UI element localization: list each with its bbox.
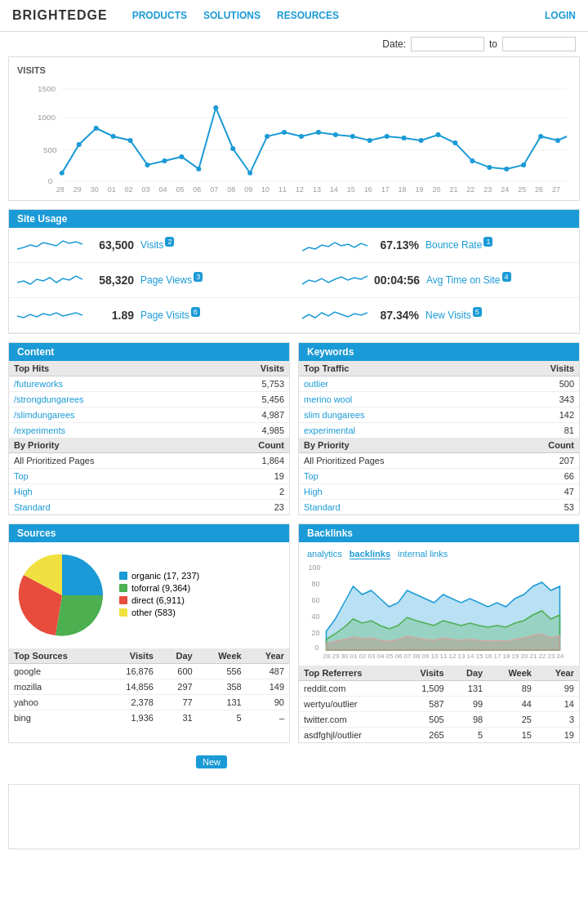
content-th-page: Top Hits bbox=[9, 361, 206, 376]
direct-label: direct (6,911) bbox=[131, 595, 185, 605]
bounce-rate-value: 67.13% bbox=[374, 238, 419, 252]
svg-text:24: 24 bbox=[501, 185, 509, 194]
svg-text:02: 02 bbox=[359, 652, 367, 660]
keywords-priority-th-count: Count bbox=[500, 438, 579, 453]
content-page-3[interactable]: /slimdungarees bbox=[9, 408, 206, 423]
login-button[interactable]: LOGIN bbox=[545, 10, 576, 21]
keywords-priority-standard[interactable]: Standard bbox=[299, 500, 500, 515]
usage-avg-time: 00:04:56 Avg Time on Site4 bbox=[294, 263, 579, 298]
table-row: All Prioritized Pages 1,864 bbox=[9, 453, 289, 469]
svg-text:30: 30 bbox=[341, 652, 349, 660]
keyword-visits-1: 500 bbox=[488, 376, 579, 392]
svg-text:12: 12 bbox=[449, 652, 457, 660]
svg-text:80: 80 bbox=[312, 580, 320, 588]
svg-text:0: 0 bbox=[48, 176, 53, 185]
nav-resources[interactable]: RESOURCES bbox=[277, 10, 339, 21]
toforral-dot bbox=[119, 584, 127, 592]
sources-th-year: Year bbox=[247, 648, 289, 664]
svg-text:04: 04 bbox=[377, 652, 385, 660]
svg-text:01: 01 bbox=[108, 185, 116, 194]
svg-text:23: 23 bbox=[548, 652, 555, 660]
tab-internal-links[interactable]: internal links bbox=[398, 549, 448, 559]
svg-point-32 bbox=[470, 158, 474, 163]
sources-panel-header: Sources bbox=[9, 524, 289, 542]
referrer-2: wertyu/outlier bbox=[299, 697, 399, 712]
sources-th-source: Top Sources bbox=[9, 648, 103, 664]
referrers-th-source: Top Referrers bbox=[299, 666, 399, 681]
svg-point-14 bbox=[162, 158, 167, 163]
new-visits-value: 87.34% bbox=[374, 309, 419, 322]
nav-products[interactable]: PRODUCTS bbox=[132, 10, 187, 21]
content-panel-header: Content bbox=[9, 343, 289, 361]
date-from-input[interactable] bbox=[411, 37, 484, 51]
tab-analytics[interactable]: analytics bbox=[307, 549, 342, 559]
content-priority-top[interactable]: Top bbox=[9, 469, 210, 484]
keywords-panel-header: Keywords bbox=[299, 343, 579, 361]
svg-text:100: 100 bbox=[309, 563, 321, 572]
tab-backlinks[interactable]: backlinks bbox=[350, 549, 390, 559]
svg-text:0: 0 bbox=[315, 644, 319, 652]
site-usage-section: Site Usage 63,500 Visits2 67.13% Bounc bbox=[8, 209, 580, 334]
keyword-3[interactable]: slim dungarees bbox=[299, 408, 488, 423]
backlinks-chart-area: analytics backlinks internal links 100 8… bbox=[299, 542, 579, 666]
backlinks-tabs: analytics backlinks internal links bbox=[307, 549, 571, 559]
content-priority-high[interactable]: High bbox=[9, 484, 210, 500]
content-keywords-row: Content Top Hits Visits /futureworks 5,7… bbox=[8, 342, 580, 515]
table-row: slim dungarees 142 bbox=[299, 408, 579, 423]
keywords-priority-high[interactable]: High bbox=[299, 484, 500, 500]
site-usage-header: Site Usage bbox=[9, 210, 579, 228]
page-views-label: Page Views3 bbox=[140, 274, 203, 286]
new-visits-label: New Visits5 bbox=[425, 310, 482, 321]
referrer-4: asdfghjl/outlier bbox=[299, 728, 399, 743]
svg-text:25: 25 bbox=[518, 185, 526, 194]
svg-text:1000: 1000 bbox=[38, 113, 56, 122]
sources-th-day: Day bbox=[158, 648, 198, 664]
svg-text:17: 17 bbox=[381, 185, 390, 194]
keywords-priority-top-count: 66 bbox=[500, 469, 579, 484]
svg-point-11 bbox=[111, 134, 116, 139]
svg-text:27: 27 bbox=[552, 185, 560, 194]
content-page-1[interactable]: /futureworks bbox=[9, 376, 206, 392]
sources-table: Top Sources Visits Day Week Year google … bbox=[9, 648, 289, 725]
svg-text:15: 15 bbox=[476, 652, 483, 660]
svg-point-29 bbox=[419, 138, 424, 143]
svg-text:18: 18 bbox=[503, 652, 510, 660]
svg-point-15 bbox=[179, 154, 184, 159]
avg-time-label: Avg Time on Site4 bbox=[426, 274, 511, 286]
referrer-1: reddit.com bbox=[299, 681, 399, 697]
svg-text:22: 22 bbox=[466, 185, 474, 194]
content-page-4[interactable]: /experiments bbox=[9, 423, 206, 439]
svg-point-17 bbox=[213, 105, 218, 110]
referrers-th-visits: Visits bbox=[399, 666, 449, 681]
keyword-1[interactable]: outlier bbox=[299, 376, 488, 392]
backlinks-panel-header: Backlinks bbox=[299, 524, 579, 542]
svg-text:03: 03 bbox=[142, 185, 150, 194]
svg-point-27 bbox=[385, 134, 390, 139]
svg-text:12: 12 bbox=[296, 185, 304, 194]
site-usage-grid: 63,500 Visits2 67.13% Bounce Rate1 bbox=[9, 228, 579, 333]
referrers-th-year: Year bbox=[537, 666, 579, 681]
table-row: High 2 bbox=[9, 484, 289, 500]
svg-point-12 bbox=[128, 138, 133, 143]
usage-page-views: 58,320 Page Views3 bbox=[9, 263, 294, 298]
keywords-priority-top[interactable]: Top bbox=[299, 469, 500, 484]
keyword-4[interactable]: experimental bbox=[299, 423, 488, 439]
legend-direct: direct (6,911) bbox=[119, 595, 199, 605]
usage-new-visits: 87.34% New Visits5 bbox=[294, 298, 579, 333]
keyword-2[interactable]: merino wool bbox=[299, 392, 488, 408]
table-row: /futureworks 5,753 bbox=[9, 376, 289, 392]
svg-text:23: 23 bbox=[483, 185, 492, 194]
date-to-input[interactable] bbox=[502, 37, 576, 51]
content-page-2[interactable]: /strongdungarees bbox=[9, 392, 206, 408]
other-dot bbox=[119, 608, 127, 617]
pie-area: organic (17, 237) toforral (9,364) direc… bbox=[9, 542, 289, 648]
keyword-visits-2: 343 bbox=[488, 392, 579, 408]
table-row: mozilla 14,856 297 358 149 bbox=[9, 679, 289, 695]
content-priority-standard[interactable]: Standard bbox=[9, 500, 210, 515]
visits-sparkline bbox=[17, 233, 82, 257]
table-row: High 47 bbox=[299, 484, 579, 500]
svg-text:29: 29 bbox=[74, 185, 82, 194]
svg-point-8 bbox=[60, 171, 65, 176]
svg-text:26: 26 bbox=[535, 185, 543, 194]
nav-solutions[interactable]: SOLUTIONS bbox=[203, 10, 261, 21]
